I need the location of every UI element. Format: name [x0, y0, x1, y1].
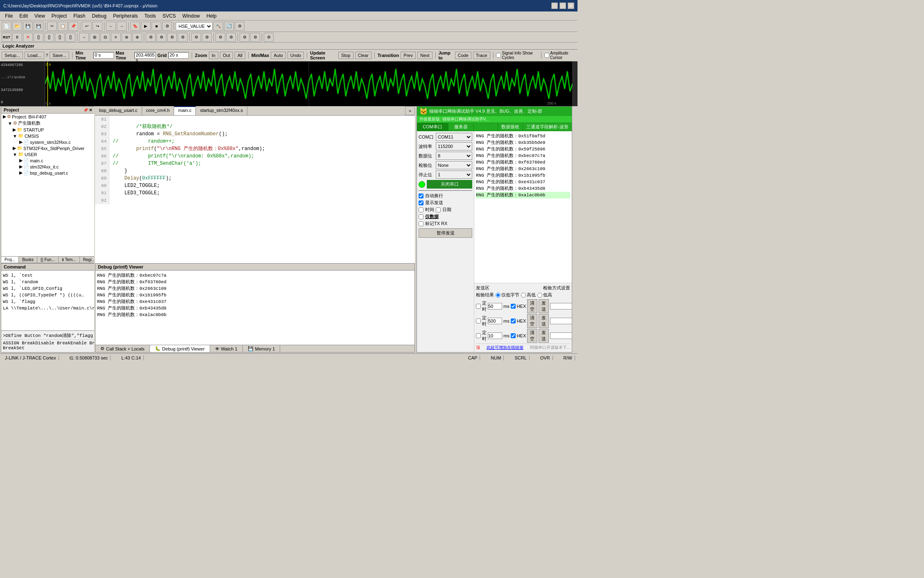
debug-btn9[interactable]: ⊞ [90, 33, 100, 42]
hse-combo[interactable]: HSE_VALUE [176, 22, 213, 30]
serial-date-check[interactable] [436, 207, 441, 212]
menu-help[interactable]: Help [203, 12, 220, 20]
close-button[interactable]: ✕ [568, 2, 574, 9]
tab-functions[interactable]: {} Fun... [37, 257, 59, 263]
tab-registers[interactable]: Regi... [80, 257, 94, 263]
serial-mark-txrx-check[interactable] [419, 221, 424, 226]
debug-btn20[interactable]: ⚙ [215, 33, 225, 42]
editor-more-btn[interactable]: » [405, 106, 415, 115]
debug-btn6[interactable]: {} [55, 33, 65, 42]
serial-low-high-radio[interactable] [537, 293, 542, 298]
serial-high-radio[interactable] [521, 293, 526, 298]
tree-stm32it-file[interactable]: ▶ 📄 stm32f4xx_it.c [1, 164, 94, 170]
new-button[interactable]: 📄 [2, 22, 11, 31]
serial-timer2-check[interactable] [476, 319, 481, 323]
la-next-btn[interactable]: Next [417, 52, 433, 59]
debug-tab-memory1[interactable]: 💾 Memory 1 [243, 345, 281, 352]
serial-timer1-check[interactable] [476, 304, 481, 309]
debug-btn16[interactable]: ⚙ [167, 33, 177, 42]
debug-btn8[interactable]: → [79, 33, 89, 42]
copy-button[interactable]: 📋 [58, 22, 68, 31]
tree-rng-group[interactable]: ▼ ⚙ 产生随机数 [1, 120, 94, 127]
debug-btn2[interactable]: ⏸ [12, 33, 22, 42]
la-scrollbar[interactable] [573, 61, 578, 106]
minimize-button[interactable]: ─ [551, 2, 558, 9]
serial-tab-server[interactable]: 服务器 [448, 123, 474, 131]
la-trace-btn[interactable]: Trace [473, 52, 490, 59]
serial-timer1-send-btn[interactable]: 发送 [539, 299, 549, 313]
cut-button[interactable]: ✂ [47, 22, 57, 31]
serial-timer3-check[interactable] [476, 333, 481, 338]
stop2-button[interactable]: ■ [152, 22, 161, 31]
menu-debug[interactable]: Debug [89, 12, 110, 20]
serial-stop-select[interactable]: 1 [436, 171, 472, 179]
serial-only-data-check[interactable] [419, 214, 424, 219]
debug-btn12[interactable]: ⊕ [122, 33, 131, 42]
serial-timer2-clear-btn[interactable]: 清空 [527, 314, 537, 328]
nav-back-button[interactable]: ← [106, 22, 116, 31]
project-pin-icon[interactable]: 📌 [83, 108, 88, 112]
debug-btn3[interactable]: ✕ [23, 33, 33, 42]
menu-project[interactable]: Project [48, 12, 70, 20]
la-auto-btn[interactable]: Auto [271, 52, 286, 59]
la-prev-btn[interactable]: Prev [401, 52, 416, 59]
serial-pause-btn[interactable]: 暂停发送 [419, 228, 472, 238]
serial-online-link[interactable]: 此处可增加在线链接 [487, 345, 523, 350]
serial-data-select[interactable]: 8 [436, 152, 472, 160]
bookmark-button[interactable]: 🔖 [130, 22, 140, 31]
debug-btn14[interactable]: ⚙ [146, 33, 156, 42]
debug-btn21[interactable]: ⚙ [226, 33, 236, 42]
debug-btn13[interactable]: ⊗ [132, 33, 142, 42]
serial-auto-newline-check[interactable] [419, 193, 424, 198]
debug-btn10[interactable]: ⊟ [100, 33, 110, 42]
la-zoom-all-btn[interactable]: All [235, 52, 245, 59]
tree-cmsis-folder[interactable]: ▼ 📁 CMSIS [1, 133, 94, 139]
serial-check-only-low-radio[interactable] [496, 293, 500, 298]
serial-close-btn[interactable]: 关闭串口 [427, 180, 472, 189]
serial-timer1-clear-btn[interactable]: 清空 [527, 299, 537, 313]
rebuild-button[interactable]: 🔄 [224, 22, 234, 31]
debug-btn11[interactable]: ≡ [111, 33, 121, 42]
debug-tab-printf[interactable]: 🐛 Debug (printf) Viewer [150, 345, 210, 352]
menu-peripherals[interactable]: Peripherals [110, 12, 141, 20]
serial-timer2-data-input[interactable] [550, 318, 572, 324]
menu-flash[interactable]: Flash [70, 12, 88, 20]
serial-timer3-send-btn[interactable]: 发送 [539, 329, 549, 343]
la-code-btn[interactable]: Code [455, 52, 471, 59]
run-button[interactable]: ▶ [141, 22, 151, 31]
tab-project[interactable]: Proj... [1, 257, 19, 263]
serial-timer3-data-input[interactable] [550, 332, 572, 339]
serial-show-send-check[interactable] [419, 200, 424, 205]
nav-fwd-button[interactable]: → [117, 22, 127, 31]
la-clear-btn[interactable]: Clear [355, 52, 371, 59]
editor-tab-main[interactable]: main.c [174, 106, 196, 115]
tree-project-root[interactable]: ▶ ⚙ Project: BH-F407 [1, 114, 94, 120]
debug-btn18[interactable]: ⚙ [191, 33, 201, 42]
menu-view[interactable]: View [31, 12, 48, 20]
menu-svcs[interactable]: SVCS [159, 12, 179, 20]
step-button[interactable]: ⚙ [162, 22, 172, 31]
serial-check-select[interactable]: None [436, 161, 472, 169]
la-zoom-in-btn[interactable]: In [209, 52, 218, 59]
debug-btn15[interactable]: ⚙ [156, 33, 166, 42]
project-close-icon[interactable]: ✕ [89, 108, 92, 112]
tree-bsp-file[interactable]: ▶ 📄 bsp_debug_usart.c [1, 170, 94, 176]
serial-timer3-input[interactable] [488, 332, 502, 339]
debug-btn24[interactable]: ⚙ [264, 33, 274, 42]
serial-tab-com[interactable]: COM串口 [417, 123, 448, 131]
la-zoom-out-btn[interactable]: Out [220, 52, 233, 59]
tab-templates[interactable]: Ⅱ Tem... [59, 257, 80, 263]
menu-window[interactable]: Window [179, 12, 203, 20]
editor-tab-bsp[interactable]: bsp_debug_usart.c [95, 106, 142, 115]
serial-baud-select[interactable]: 115200 [436, 142, 472, 150]
debug-tab-callstack[interactable]: ⚙ Call Stack + Locals [95, 345, 150, 352]
editor-content[interactable]: 81 82 /*获取随机数*/ 83 random = RNG_Get [95, 116, 415, 263]
debug-tab-watch1[interactable]: 👁 Watch 1 [210, 345, 243, 352]
editor-tab-startup[interactable]: startup_stm32f40xx.s [196, 106, 247, 115]
maximize-button[interactable]: □ [559, 2, 566, 9]
redo-button[interactable]: ↪ [93, 22, 102, 31]
serial-timer2-send-btn[interactable]: 发送 [539, 314, 549, 328]
tree-user-folder[interactable]: ▼ 📁 USER [1, 151, 94, 157]
tree-startup-folder[interactable]: ▶ 📁 STARTUP [1, 127, 94, 133]
debug-btn17[interactable]: ⚙ [178, 33, 188, 42]
